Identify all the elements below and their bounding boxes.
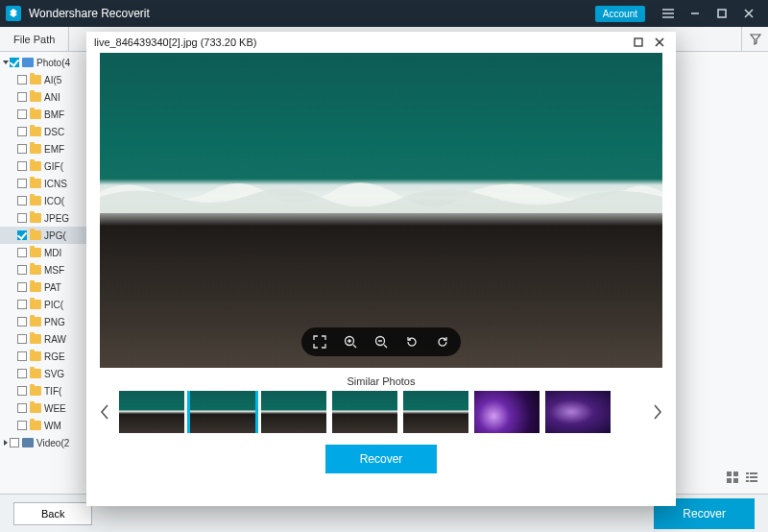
tree-label: ICNS: [44, 179, 67, 189]
thumbnail[interactable]: [119, 391, 184, 433]
account-button[interactable]: Account: [595, 6, 645, 22]
checkbox[interactable]: [17, 351, 27, 361]
image-toolbar: [301, 327, 461, 356]
tree-label: RAW: [44, 334, 66, 345]
thumbnail[interactable]: [332, 391, 397, 433]
folder-icon: [30, 351, 41, 361]
folder-icon: [30, 300, 41, 309]
folder-icon: [30, 386, 41, 396]
checkbox[interactable]: [17, 196, 27, 206]
checkbox[interactable]: [17, 161, 27, 171]
app-logo: [6, 6, 21, 21]
checkbox[interactable]: [17, 179, 27, 188]
rotate-left-icon[interactable]: [405, 335, 419, 349]
folder-icon: [30, 127, 41, 136]
svg-rect-6: [750, 472, 757, 474]
thumbnail[interactable]: [403, 391, 468, 433]
checkbox[interactable]: [17, 403, 27, 413]
expand-icon[interactable]: [4, 440, 8, 446]
modal-header: live_846439340[2].jpg (733.20 KB): [86, 32, 676, 53]
video-icon: [22, 438, 34, 447]
checkbox[interactable]: [17, 369, 27, 378]
modal-maximize-icon[interactable]: [630, 34, 647, 51]
folder-icon: [30, 421, 41, 430]
checkbox[interactable]: [17, 300, 27, 309]
close-icon[interactable]: [739, 4, 758, 23]
folder-icon: [30, 265, 41, 275]
checkbox[interactable]: [17, 265, 27, 275]
svg-rect-11: [635, 38, 642, 46]
grid-view-icon[interactable]: [726, 471, 739, 486]
checkbox[interactable]: [17, 75, 27, 85]
svg-rect-8: [750, 476, 757, 478]
folder-icon: [30, 334, 41, 344]
folder-icon: [30, 75, 41, 85]
checkbox[interactable]: [17, 386, 27, 396]
thumbnail-list[interactable]: [119, 391, 643, 433]
svg-rect-2: [733, 472, 738, 476]
tree-label: Photo(4: [36, 58, 70, 68]
checkbox[interactable]: [17, 109, 27, 119]
thumbnail[interactable]: [545, 391, 611, 433]
svg-rect-3: [727, 478, 732, 483]
checkbox[interactable]: [17, 127, 27, 136]
zoom-out-icon[interactable]: [374, 335, 388, 349]
folder-icon: [30, 213, 41, 223]
folder-icon: [30, 403, 41, 413]
thumbnail[interactable]: [474, 391, 540, 433]
photo-icon: [22, 58, 34, 67]
titlebar: Wondershare Recoverit Account: [0, 0, 768, 27]
checkbox[interactable]: [17, 317, 27, 326]
expand-icon[interactable]: [3, 60, 9, 64]
tree-label: PNG: [44, 317, 65, 327]
tree-label: JPEG: [44, 213, 69, 224]
tree-label: ICO(: [44, 196, 64, 206]
thumbnail[interactable]: [261, 391, 326, 433]
prev-icon[interactable]: [96, 395, 113, 429]
tree-label: MSF: [44, 265, 64, 276]
file-path-tab[interactable]: File Path: [0, 27, 69, 51]
svg-rect-1: [727, 472, 732, 476]
checkbox[interactable]: [17, 92, 27, 102]
checkbox[interactable]: [17, 144, 27, 154]
thumbnail-strip: [86, 391, 676, 433]
tree-label: BMF: [44, 109, 64, 120]
back-button[interactable]: Back: [13, 502, 92, 525]
maximize-icon[interactable]: [712, 4, 732, 23]
tree-label: MDI: [44, 248, 61, 258]
tree-label: WM: [44, 421, 61, 431]
tree-label: PIC(: [44, 300, 63, 310]
checkbox[interactable]: [17, 282, 27, 292]
checkbox[interactable]: [17, 334, 27, 344]
tree-label: TIF(: [44, 386, 61, 397]
checkbox[interactable]: [10, 438, 19, 447]
tree-label: RGE: [44, 351, 65, 362]
folder-icon: [30, 230, 41, 240]
svg-rect-0: [718, 10, 726, 17]
folder-icon: [30, 369, 41, 378]
tree-label: Video(2: [36, 438, 69, 448]
tree-label: AI(5: [44, 75, 61, 85]
folder-icon: [30, 282, 41, 292]
checkbox[interactable]: [10, 58, 19, 67]
modal-title: live_846439340[2].jpg (733.20 KB): [94, 36, 626, 48]
modal-recover-button[interactable]: Recover: [325, 445, 438, 473]
tree-label: GIF(: [44, 161, 63, 172]
filter-icon[interactable]: [741, 27, 768, 51]
rotate-right-icon[interactable]: [436, 335, 449, 349]
next-icon[interactable]: [649, 395, 666, 429]
modal-close-icon[interactable]: [651, 34, 668, 51]
checkbox[interactable]: [17, 248, 27, 257]
fit-icon[interactable]: [313, 335, 326, 349]
thumbnail[interactable]: [190, 391, 255, 433]
checkbox[interactable]: [17, 421, 27, 430]
checkbox[interactable]: [17, 213, 27, 223]
view-toggle: [726, 471, 758, 486]
checkbox[interactable]: [17, 230, 27, 240]
minimize-icon[interactable]: [685, 4, 705, 23]
similar-photos-label: Similar Photos: [86, 375, 676, 387]
menu-icon[interactable]: [659, 4, 678, 23]
zoom-in-icon[interactable]: [344, 335, 357, 349]
app-title: Wondershare Recoverit: [29, 7, 595, 20]
list-view-icon[interactable]: [745, 471, 758, 486]
